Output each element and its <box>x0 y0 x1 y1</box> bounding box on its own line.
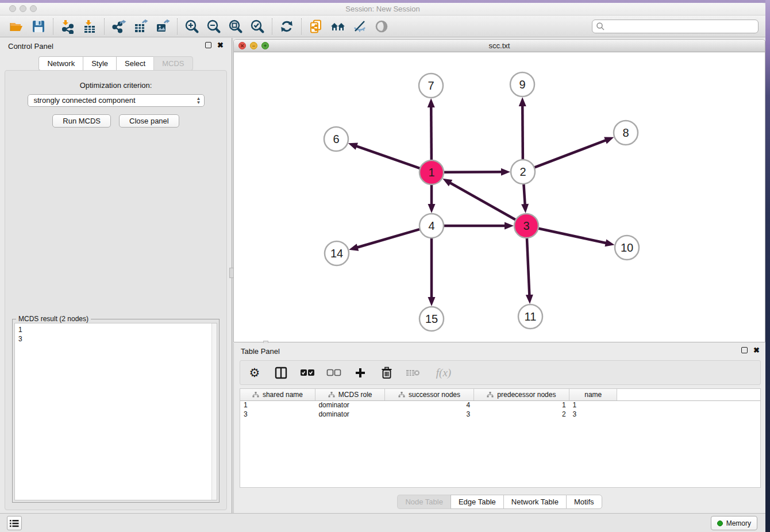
cell-name[interactable]: 3 <box>569 410 617 419</box>
cell-shared-name[interactable]: 1 <box>240 400 315 410</box>
zoom-out-button[interactable] <box>203 17 225 36</box>
refresh-view-button[interactable] <box>276 17 298 36</box>
column-header-mcds-role[interactable]: MCDS role <box>315 389 384 400</box>
network-graph[interactable]: 7968124314101511 <box>234 52 765 342</box>
graph-edge-arrowhead <box>348 142 358 149</box>
column-header-successor-nodes[interactable]: successor nodes <box>385 389 473 400</box>
open-session-button[interactable] <box>6 17 28 36</box>
graph-edge[interactable] <box>431 106 432 160</box>
add-row-button[interactable] <box>353 365 368 380</box>
function-builder-button[interactable]: f(x) <box>432 365 455 380</box>
search-input[interactable] <box>605 22 758 31</box>
result-scrollbar[interactable] <box>211 323 217 500</box>
search-box[interactable] <box>592 20 759 33</box>
graph-edge-arrowhead <box>605 240 614 247</box>
graph-node-label: 1 <box>428 166 434 179</box>
table-settings-button[interactable]: ⚙ <box>247 365 262 380</box>
graph-edge[interactable] <box>444 172 503 172</box>
import-network-button[interactable] <box>57 17 79 36</box>
memory-button[interactable]: Memory <box>711 516 757 530</box>
sort-icon <box>328 392 335 398</box>
graph-node-label: 10 <box>621 241 633 254</box>
graph-edge[interactable] <box>355 146 420 169</box>
zoom-selected-button[interactable] <box>247 17 268 36</box>
run-mcds-button[interactable]: Run MCDS <box>52 114 111 128</box>
graph-edge[interactable] <box>538 228 607 243</box>
close-table-panel-icon[interactable]: ✖ <box>753 347 760 353</box>
open-folder-icon <box>9 19 24 34</box>
table-header-row: shared name MCDS role successor nodes pr… <box>240 389 760 400</box>
titlebar: Session: New Session <box>0 3 765 16</box>
tab-edge-table[interactable]: Edge Table <box>451 495 503 509</box>
duplicate-network-button[interactable] <box>305 17 327 36</box>
format-columns-button[interactable] <box>274 365 288 380</box>
import-table-icon <box>82 19 97 34</box>
delete-rows-button[interactable] <box>379 365 394 380</box>
column-header-predecessor-nodes[interactable]: predecessor nodes <box>473 389 569 400</box>
toolbar-separator <box>53 18 53 34</box>
close-panel-icon[interactable]: ✖ <box>217 42 224 48</box>
cell-shared-name[interactable]: 3 <box>240 410 315 419</box>
control-panel: Control Panel ✖ Network Style Select MCD… <box>0 38 232 515</box>
delete-table-icon <box>406 368 421 377</box>
cell-predecessor-nodes[interactable]: 1 <box>473 400 569 410</box>
search-icon <box>596 22 605 31</box>
graph-edge[interactable] <box>527 238 530 296</box>
import-table-button[interactable] <box>79 17 101 36</box>
export-image-button[interactable] <box>152 17 174 36</box>
cell-mcds-role[interactable]: dominator <box>315 400 384 410</box>
cell-predecessor-nodes[interactable]: 2 <box>473 410 569 419</box>
table-toolbar: ⚙ <box>240 360 761 385</box>
export-table-button[interactable] <box>130 17 152 36</box>
zoom-fit-button[interactable] <box>225 17 247 36</box>
desktop-wallpaper-right <box>765 0 770 532</box>
cell-mcds-role[interactable]: dominator <box>315 410 384 419</box>
graph-edge-arrowhead <box>428 204 436 213</box>
sort-icon <box>487 392 494 398</box>
graph-edge[interactable] <box>356 229 420 248</box>
tab-network[interactable]: Network <box>38 56 83 71</box>
tab-style[interactable]: Style <box>83 56 116 71</box>
trash-icon <box>381 367 392 379</box>
cell-successor-nodes[interactable]: 4 <box>385 400 473 410</box>
graph-edge[interactable] <box>522 105 523 160</box>
mcds-result-list[interactable]: 1 3 <box>14 323 217 500</box>
graph-node-label: 4 <box>428 219 434 232</box>
network-view-window: ✕ − + scc.txt 7968124314101511 <box>233 39 765 342</box>
graph-edge[interactable] <box>449 182 515 220</box>
float-table-panel-icon[interactable] <box>741 347 748 353</box>
save-icon <box>31 19 46 34</box>
show-all-button[interactable] <box>371 17 392 36</box>
hide-selected-button[interactable] <box>349 17 371 36</box>
tab-network-table[interactable]: Network Table <box>503 495 566 509</box>
table-row[interactable]: 3 dominator 3 2 3 <box>240 410 760 419</box>
graph-edge[interactable] <box>534 140 607 167</box>
save-session-button[interactable] <box>28 17 49 36</box>
column-header-shared-name[interactable]: shared name <box>240 389 315 400</box>
graph-node-label: 14 <box>330 247 343 260</box>
criterion-dropdown[interactable]: strongly connected component ▲▼ <box>28 94 205 107</box>
window-title: Session: New Session <box>0 5 765 13</box>
tab-mcds[interactable]: MCDS <box>153 56 192 71</box>
table-row[interactable]: 1 dominator 4 1 1 <box>240 400 760 410</box>
graph-edge-arrowhead <box>428 297 436 306</box>
export-network-button[interactable] <box>108 17 130 36</box>
graph-edge[interactable] <box>523 184 525 206</box>
toolbar-separator <box>104 18 105 34</box>
tab-select[interactable]: Select <box>116 56 153 71</box>
delete-table-button[interactable] <box>406 365 421 380</box>
close-panel-button[interactable]: Close panel <box>119 114 179 128</box>
tab-node-table[interactable]: Node Table <box>397 495 451 509</box>
graph-node-label: 15 <box>425 313 438 325</box>
cell-name[interactable]: 1 <box>569 400 617 410</box>
first-neighbors-button[interactable] <box>327 17 349 36</box>
column-header-name[interactable]: name <box>569 389 617 400</box>
zoom-in-button[interactable] <box>181 17 203 36</box>
show-panel-list-button[interactable] <box>7 516 22 530</box>
deselect-all-button[interactable] <box>326 365 341 380</box>
mcds-result-box: MCDS result (2 nodes) 1 3 <box>12 319 220 503</box>
float-panel-icon[interactable] <box>205 42 211 48</box>
cell-successor-nodes[interactable]: 3 <box>385 410 473 419</box>
select-all-button[interactable] <box>300 365 315 380</box>
tab-motifs[interactable]: Motifs <box>566 495 602 509</box>
